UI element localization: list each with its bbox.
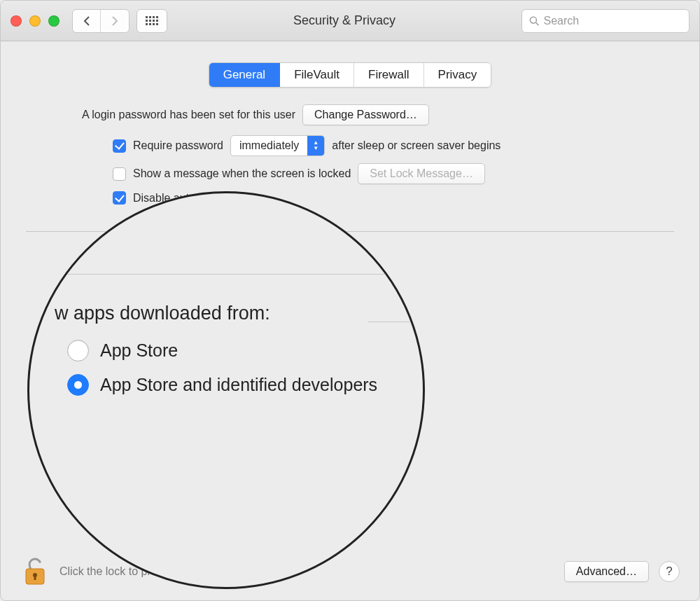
magnifier-content: w apps downloaded from: App Store App St…	[29, 193, 423, 587]
require-password-label: Require password	[133, 139, 223, 152]
select-stepper-icon: ▲▼	[307, 136, 324, 156]
chevron-right-icon	[111, 15, 119, 27]
unlocked-padlock-icon	[22, 556, 48, 587]
magnifier-overlay: w apps downloaded from: App Store App St…	[27, 191, 425, 589]
close-window-button[interactable]	[10, 15, 22, 27]
svg-rect-2	[153, 16, 155, 18]
titlebar: Security & Privacy	[1, 1, 699, 41]
tab-firewall[interactable]: Firewall	[354, 63, 424, 87]
require-password-checkbox[interactable]	[113, 139, 126, 153]
magnifier-identified-radio[interactable]	[67, 374, 89, 396]
zoom-window-button[interactable]	[48, 15, 59, 27]
search-icon	[529, 15, 540, 27]
svg-rect-6	[153, 20, 155, 22]
minimize-window-button[interactable]	[29, 15, 41, 27]
svg-rect-7	[156, 20, 158, 22]
svg-point-12	[530, 17, 536, 23]
login-password-statement: A login password has been set for this u…	[82, 109, 295, 121]
prefs-window: Security & Privacy General FileVault Fir…	[0, 0, 700, 601]
help-button[interactable]: ?	[659, 561, 680, 582]
svg-rect-5	[149, 20, 151, 22]
back-button[interactable]	[73, 10, 101, 32]
after-sleep-label: after sleep or screen saver begins	[332, 139, 500, 152]
magnifier-identified-label: App Store and identified developers	[100, 375, 377, 395]
require-password-delay-select[interactable]: immediately ▲▼	[230, 135, 325, 156]
search-input[interactable]	[544, 15, 682, 27]
set-lock-message-button[interactable]: Set Lock Message…	[358, 163, 485, 184]
show-lock-message-checkbox[interactable]	[113, 167, 126, 181]
svg-rect-10	[153, 23, 155, 25]
show-lock-message-label: Show a message when the screen is locked	[133, 167, 351, 180]
magnifier-app-store-radio[interactable]	[67, 340, 89, 361]
nav-back-forward	[72, 9, 130, 33]
tab-privacy[interactable]: Privacy	[424, 63, 491, 87]
show-all-button[interactable]	[136, 9, 167, 33]
magnifier-app-store-label: App Store	[100, 340, 178, 361]
login-section: A login password has been set for this u…	[26, 104, 674, 232]
require-password-delay-value: immediately	[231, 139, 307, 152]
chevron-left-icon	[83, 15, 91, 27]
svg-rect-16	[34, 575, 36, 580]
tab-general[interactable]: General	[209, 63, 280, 87]
search-field[interactable]	[522, 9, 690, 33]
tabbar: General FileVault Firewall Privacy	[209, 62, 492, 88]
tab-filevault[interactable]: FileVault	[280, 63, 354, 87]
svg-rect-1	[149, 16, 151, 18]
disable-auto-login-checkbox[interactable]	[113, 191, 126, 205]
advanced-button[interactable]: Advanced…	[564, 561, 649, 582]
magnifier-heading: w apps downloaded from:	[55, 303, 423, 324]
grid-icon	[146, 16, 158, 26]
change-password-button[interactable]: Change Password…	[302, 104, 429, 125]
svg-rect-8	[146, 23, 148, 25]
window-controls	[10, 15, 59, 27]
svg-rect-11	[156, 23, 158, 25]
lock-button[interactable]	[20, 555, 50, 588]
svg-rect-4	[146, 20, 148, 22]
forward-button[interactable]	[101, 10, 129, 32]
svg-rect-0	[146, 16, 148, 18]
page-title: Security & Privacy	[173, 13, 516, 28]
tabs-row: General FileVault Firewall Privacy	[1, 41, 699, 104]
footer: Click the lock to prevent further change…	[1, 543, 699, 600]
svg-rect-9	[149, 23, 151, 25]
svg-line-13	[536, 22, 539, 25]
svg-rect-3	[156, 16, 158, 18]
